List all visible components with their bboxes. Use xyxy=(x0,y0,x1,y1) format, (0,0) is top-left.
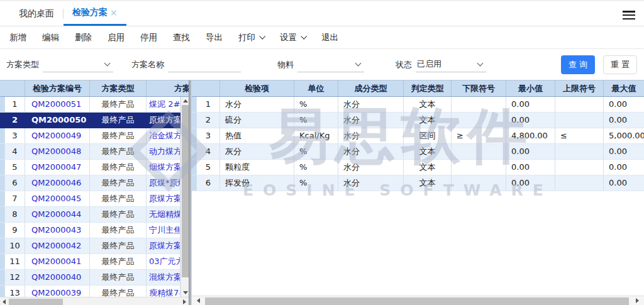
export-button[interactable]: 导出 xyxy=(206,32,223,43)
edit-button[interactable]: 编辑 xyxy=(42,32,59,43)
settings-dropdown-button[interactable]: 设置 xyxy=(280,32,306,43)
row-indicator xyxy=(0,286,5,297)
plan-row-selected[interactable]: 2QM2000050最终产品原煤方案 xyxy=(0,113,180,128)
row-indicator xyxy=(192,175,197,191)
row-indicator xyxy=(0,254,5,269)
plan-code-link[interactable]: QM2000039 xyxy=(25,286,90,297)
horizontal-scrollbar-right[interactable] xyxy=(192,296,644,305)
scrollbar-thumb[interactable] xyxy=(9,299,63,305)
plan-code-link[interactable]: QM2000041 xyxy=(25,254,90,269)
col-upper-symbol: 上限符号 xyxy=(555,80,604,96)
tab-label: 检验方案 xyxy=(72,7,108,18)
item-row[interactable]: 2硫分%水分文本0.000.00 xyxy=(192,113,644,128)
print-dropdown-button[interactable]: 打印 xyxy=(238,32,264,43)
col-max-value: 最大值 xyxy=(604,80,644,96)
hamburger-menu-icon[interactable] xyxy=(623,11,635,19)
plan-code-link[interactable]: QM2000046 xyxy=(25,175,90,191)
col-plan-code: 检验方案编号 xyxy=(25,80,90,96)
row-indicator xyxy=(0,191,5,206)
row-indicator xyxy=(0,175,5,191)
plan-row[interactable]: 11QM2000041最终产品03广元方案 xyxy=(0,254,180,270)
exit-button[interactable]: 退出 xyxy=(321,32,338,43)
row-indicator xyxy=(0,144,5,159)
row-indicator xyxy=(0,270,5,285)
delete-button[interactable]: 删除 xyxy=(75,32,92,43)
scroll-up-icon[interactable] xyxy=(183,99,188,103)
plan-row[interactable]: 8QM2000044最终产品无烟精煤 xyxy=(0,207,180,223)
find-button[interactable]: 查找 xyxy=(173,32,190,43)
col-plan-name: 方案名称 xyxy=(147,80,189,96)
disable-button[interactable]: 停用 xyxy=(140,32,157,43)
plan-rows: 1QM2000051最终产品煤泥 2#方案 2QM2000050最终产品原煤方案… xyxy=(0,97,180,297)
tab-my-desktop[interactable]: 我的桌面 xyxy=(10,1,63,26)
plan-row[interactable]: 3QM2000049最终产品冶金煤方案 xyxy=(0,128,180,144)
horizontal-scrollbar-left[interactable] xyxy=(0,297,189,305)
plan-row[interactable]: 5QM2000047最终产品烟煤方案 xyxy=(0,160,180,175)
row-indicator xyxy=(0,160,5,175)
vertical-scrollbar[interactable] xyxy=(180,97,189,297)
enable-button[interactable]: 启用 xyxy=(108,32,125,43)
scroll-right-icon[interactable] xyxy=(636,298,639,303)
scroll-right-icon[interactable] xyxy=(183,299,186,304)
plan-row[interactable]: 9QM2000043最终产品宁川主焦 xyxy=(0,223,180,238)
plan-code-link[interactable]: QM2000047 xyxy=(25,160,90,175)
plan-row[interactable]: 12QM2000040最终产品混煤方案 xyxy=(0,270,180,286)
plan-row[interactable]: 4QM2000048最终产品动力煤方案 xyxy=(0,144,180,160)
plan-code-link[interactable]: QM2000040 xyxy=(25,270,90,285)
query-button[interactable]: 查 询 xyxy=(561,55,595,74)
col-unit: 单位 xyxy=(294,80,338,96)
filter-bar: 方案类型 方案名称 物料 状态 已启用 查 询 重 置 xyxy=(0,49,644,80)
plan-code-link[interactable]: QM2000050 xyxy=(25,113,90,128)
plan-row[interactable]: 1QM2000051最终产品煤泥 2#方案 xyxy=(0,97,180,113)
item-row[interactable]: 3热值Kcal/Kg水分区间≥4,800.00≤5,000.00 xyxy=(192,128,644,144)
row-indicator xyxy=(192,113,197,128)
plan-row[interactable]: 10QM2000042最终产品原煤方案 xyxy=(0,238,180,254)
plan-row[interactable]: 13QM2000039最终产品瘦精煤7# xyxy=(0,286,180,297)
scroll-down-icon[interactable] xyxy=(183,291,188,294)
reset-button[interactable]: 重 置 xyxy=(603,55,637,74)
item-row[interactable]: 6挥发份%水分文本0.000.00 xyxy=(192,175,644,191)
plan-code-link[interactable]: QM2000044 xyxy=(25,207,90,222)
item-rows: 1水分%水分文本0.000.00 2硫分%水分文本0.000.00 3热值Kca… xyxy=(192,97,644,191)
row-indicator xyxy=(0,238,5,253)
scrollbar-thumb[interactable] xyxy=(205,297,629,305)
item-grid-header: 检验项 单位 成分类型 判定类型 下限符号 最小值 上限符号 最大值 xyxy=(192,80,644,97)
scrollbar-thumb[interactable] xyxy=(182,105,189,277)
plan-code-link[interactable]: QM2000049 xyxy=(25,128,90,143)
grid-area: 检验方案编号 方案类型 方案名称 1QM2000051最终产品煤泥 2#方案 2… xyxy=(0,80,644,305)
col-plan-type: 方案类型 xyxy=(90,80,147,96)
plan-row[interactable]: 7QM2000045最终产品原煤方案 xyxy=(0,191,180,207)
plan-list-grid: 检验方案编号 方案类型 方案名称 1QM2000051最终产品煤泥 2#方案 2… xyxy=(0,80,189,305)
status-select[interactable]: 已启用 xyxy=(416,57,486,72)
col-judge-type: 判定类型 xyxy=(404,80,452,96)
item-row[interactable]: 1水分%水分文本0.000.00 xyxy=(192,97,644,113)
row-indicator xyxy=(0,113,5,128)
row-indicator xyxy=(192,97,197,112)
plan-code-link[interactable]: QM2000045 xyxy=(25,191,90,206)
app-window: 我的桌面 检验方案 × 新增 编辑 删除 启用 停用 查找 导出 打印 设置 退… xyxy=(0,0,644,305)
material-label: 物料 xyxy=(277,59,294,70)
add-button[interactable]: 新增 xyxy=(9,32,26,43)
tab-inspection-plan[interactable]: 检验方案 × xyxy=(64,1,126,26)
col-item: 检验项 xyxy=(220,80,294,96)
plan-row[interactable]: 6QM2000046最终产品原煤*原煤 xyxy=(0,175,180,191)
plan-name-input[interactable] xyxy=(168,57,241,72)
tab-label: 我的桌面 xyxy=(19,8,54,19)
scroll-left-icon[interactable] xyxy=(197,298,200,303)
material-select[interactable] xyxy=(297,57,364,72)
plan-type-select[interactable] xyxy=(43,57,113,72)
plan-code-link[interactable]: QM2000051 xyxy=(25,97,90,112)
close-icon[interactable]: × xyxy=(110,8,118,18)
item-row[interactable]: 5颗粒度%水分文本0.000.00 xyxy=(192,160,644,175)
plan-code-link[interactable]: QM2000043 xyxy=(25,223,90,238)
item-row[interactable]: 4灰分%水分文本0.000.00 xyxy=(192,144,644,160)
row-indicator xyxy=(192,160,197,175)
col-component-type: 成分类型 xyxy=(338,80,404,96)
chevron-down-icon xyxy=(301,33,307,39)
status-value: 已启用 xyxy=(416,58,441,70)
toolbar: 新增 编辑 删除 启用 停用 查找 导出 打印 设置 退出 xyxy=(0,26,644,49)
plan-code-link[interactable]: QM2000048 xyxy=(25,144,90,159)
plan-code-link[interactable]: QM2000042 xyxy=(25,238,90,253)
col-lower-symbol: 下限符号 xyxy=(452,80,506,96)
scroll-left-icon[interactable] xyxy=(3,299,6,304)
